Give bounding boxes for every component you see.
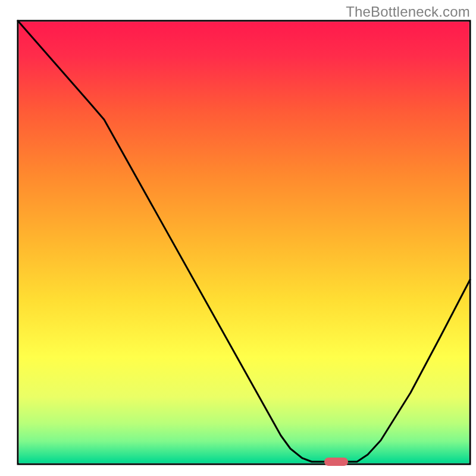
plot-gradient-fill	[19, 22, 469, 464]
bottleneck-curve-chart	[0, 0, 476, 476]
chart-stage: TheBottleneck.com	[0, 0, 476, 476]
watermark-text: TheBottleneck.com	[346, 4, 470, 20]
minimum-marker	[324, 458, 348, 466]
